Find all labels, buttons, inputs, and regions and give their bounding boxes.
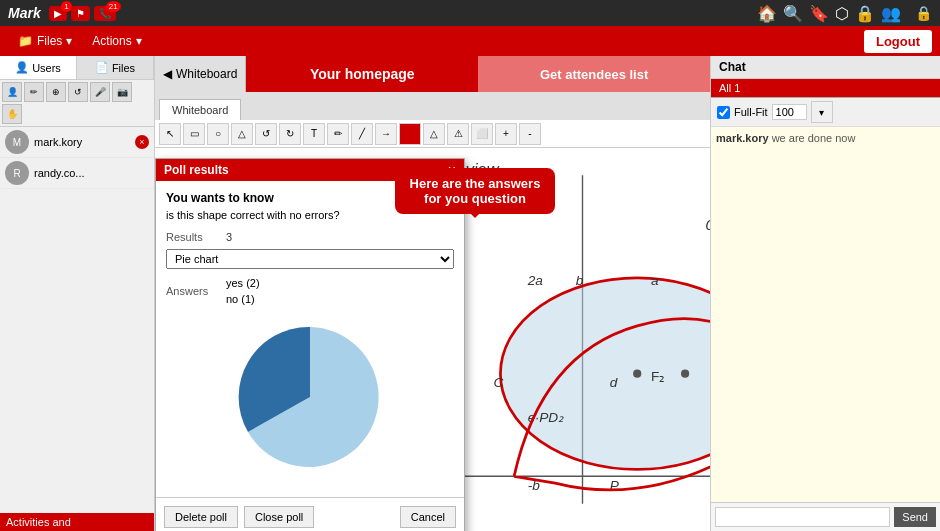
wb-tool-select[interactable]: ↖: [159, 123, 181, 145]
chat-header: Chat: [711, 56, 940, 79]
wb-tool-fill[interactable]: △: [423, 123, 445, 145]
wb-tool-arrow[interactable]: →: [375, 123, 397, 145]
logout-button[interactable]: Logout: [864, 30, 932, 53]
wb-tool-zoom-out[interactable]: -: [519, 123, 541, 145]
answer-yes: yes (2): [226, 275, 454, 291]
wb-tool-circle[interactable]: ○: [207, 123, 229, 145]
tab-files[interactable]: 📄 Files: [77, 56, 154, 79]
poll-results-value: 3: [226, 231, 232, 243]
wb-tool-undo[interactable]: ↺: [255, 123, 277, 145]
svg-point-3: [500, 278, 710, 470]
poll-footer: Delete poll Close poll Cancel: [156, 497, 464, 531]
poll-body: You wants to know is this shape correct …: [156, 181, 464, 497]
files-button[interactable]: 📁 Files ▾: [8, 30, 82, 52]
users-tab-label: Users: [32, 62, 61, 74]
poll-answers-label: Answers: [166, 285, 226, 297]
svg-text:b: b: [576, 273, 584, 288]
close-poll-button[interactable]: Close poll: [244, 506, 314, 528]
play-button[interactable]: ▶ 1: [49, 6, 67, 21]
sidebar-tool-4[interactable]: ↺: [68, 82, 88, 102]
avatar: R: [5, 161, 29, 185]
home-icon[interactable]: 🏠: [757, 4, 777, 23]
chat-msg-name: mark.kory: [716, 132, 769, 144]
sidebar-tool-3[interactable]: ⊕: [46, 82, 66, 102]
files-label: Files: [37, 34, 62, 48]
svg-text:d: d: [610, 375, 618, 390]
fullfit-dropdown[interactable]: ▾: [811, 101, 833, 123]
wb-tool-zoom-in[interactable]: +: [495, 123, 517, 145]
chat-message: mark.kory we are done now: [716, 132, 935, 144]
delete-poll-button[interactable]: Delete poll: [164, 506, 238, 528]
whiteboard-back-label: Whiteboard: [176, 67, 237, 81]
lock-right-icon: 🔒: [915, 5, 932, 21]
content-tab-strip: ◀ Whiteboard Your homepage Get attendees…: [155, 56, 710, 92]
wb-toolbar: ↖ ▭ ○ △ ↺ ↻ T ✏ ╱ → △ ⚠ ⬜ + -: [155, 120, 710, 148]
sidebar-tool-mic[interactable]: 🎤: [90, 82, 110, 102]
sidebar-tool-2[interactable]: ✏: [24, 82, 44, 102]
wb-tool-color[interactable]: [399, 123, 421, 145]
cancel-poll-button[interactable]: Cancel: [400, 506, 456, 528]
actions-button[interactable]: Actions ▾: [82, 30, 151, 52]
flag-icon: ⚑: [76, 8, 85, 19]
chat-msg-text: we are done now: [772, 132, 856, 144]
sidebar-tool-1[interactable]: 👤: [2, 82, 22, 102]
answers-list: yes (2) no (1): [226, 275, 454, 307]
svg-text:0<e<1: 0<e<1: [706, 216, 710, 233]
wb-tool-pen[interactable]: ✏: [327, 123, 349, 145]
svg-point-18: [681, 370, 689, 378]
wb-tab-whiteboard[interactable]: Whiteboard: [159, 99, 241, 120]
wb-tool-rect[interactable]: ▭: [183, 123, 205, 145]
search-icon[interactable]: 🔍: [783, 4, 803, 23]
chat-title: Chat: [719, 60, 746, 74]
chat-messages: mark.kory we are done now: [711, 127, 940, 502]
wb-tool-redo[interactable]: ↻: [279, 123, 301, 145]
fullfit-label: Full-Fit: [734, 106, 768, 118]
back-arrow-icon: ◀: [163, 67, 172, 81]
second-bar: 📁 Files ▾ Actions ▾ Logout: [0, 26, 940, 56]
whiteboard-canvas[interactable]: Is a quick review 0<e<1 a 2a b d F₂ a C …: [155, 148, 710, 531]
wb-tab-label: Whiteboard: [172, 104, 228, 116]
user-name: mark.kory: [34, 136, 130, 148]
remove-user-button[interactable]: ×: [135, 135, 149, 149]
fullfit-checkbox[interactable]: [717, 106, 730, 119]
whiteboard-back-btn[interactable]: ◀ Whiteboard: [155, 56, 246, 92]
svg-text:C: C: [494, 375, 504, 390]
lock-icon[interactable]: 🔒: [855, 4, 875, 23]
activities-label: Activities and: [6, 516, 71, 528]
fullfit-input[interactable]: 100: [772, 104, 807, 120]
wb-tool-eraser[interactable]: ⬜: [471, 123, 493, 145]
actions-label: Actions: [92, 34, 131, 48]
attendees-tab[interactable]: Get attendees list: [478, 56, 710, 92]
wb-tool-text[interactable]: T: [303, 123, 325, 145]
poll-chart-select[interactable]: Pie chart: [166, 249, 454, 269]
share-icon[interactable]: ⬡: [835, 4, 849, 23]
sidebar-tool-hand[interactable]: ✋: [2, 104, 22, 124]
poll-results-row: Results 3: [166, 231, 454, 243]
tab-users[interactable]: 👤 Users: [0, 56, 77, 79]
poll-answers-row: Answers yes (2) no (1): [166, 275, 454, 307]
chat-send-button[interactable]: Send: [894, 507, 936, 527]
brand-logo: Mark: [8, 5, 41, 21]
poll-results-label: Results: [166, 231, 226, 243]
flag-button[interactable]: ⚑: [71, 6, 90, 21]
wb-tool-triangle[interactable]: △: [231, 123, 253, 145]
svg-text:2a: 2a: [527, 273, 544, 288]
files-tab-label: Files: [112, 62, 135, 74]
logout-label: Logout: [876, 34, 920, 49]
phone-badge: 21: [106, 1, 121, 12]
users-icon[interactable]: 👥: [881, 4, 901, 23]
wb-tool-line[interactable]: ╱: [351, 123, 373, 145]
chat-input-area: Send: [711, 502, 940, 531]
tooltip-text: Here are the answers for you question: [410, 176, 541, 206]
list-item: R randy.co...: [0, 158, 154, 189]
right-sidebar: Chat All 1 Full-Fit 100 ▾ mark.kory we a…: [710, 56, 940, 531]
wb-tool-warn[interactable]: ⚠: [447, 123, 469, 145]
phone-button[interactable]: 📞 21: [94, 6, 116, 21]
activities-bar: Activities and: [0, 513, 154, 531]
bookmark-icon[interactable]: 🔖: [809, 4, 829, 23]
homepage-tab[interactable]: Your homepage: [246, 56, 478, 92]
chat-input[interactable]: [715, 507, 890, 527]
center-area: ◀ Whiteboard Your homepage Get attendees…: [155, 56, 710, 531]
whiteboard-tabs: Whiteboard: [155, 92, 710, 120]
sidebar-tool-camera[interactable]: 📷: [112, 82, 132, 102]
